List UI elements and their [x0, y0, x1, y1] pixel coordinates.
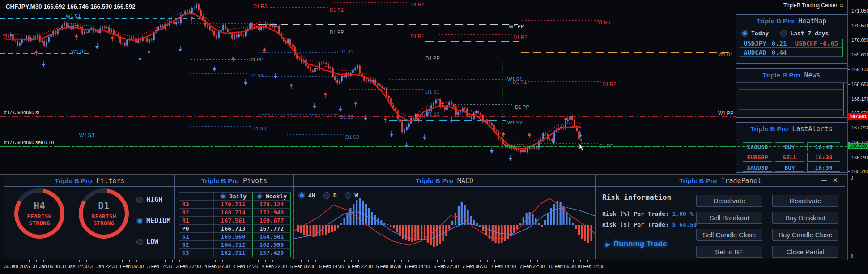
alert-time-cell[interactable]: 16:30 — [807, 153, 840, 162]
close-partial-button[interactable]: Close Partial — [772, 246, 838, 258]
news-row[interactable] — [739, 90, 844, 96]
filter-strength-radio[interactable]: LOW — [136, 238, 170, 246]
candle-body — [357, 65, 358, 68]
macd-histogram-bar — [310, 225, 311, 236]
price-axis[interactable]: 171.050170.570170.090169.610169.130168.6… — [847, 0, 868, 260]
heatmap-cell[interactable]: AUDCAD0.44 — [740, 48, 791, 57]
macd-histogram-bar — [349, 208, 351, 225]
filters-panel-title[interactable]: Triple B Pro Filters — [4, 175, 174, 187]
radio-label: LOW — [146, 238, 158, 246]
macd-histogram-bar — [359, 198, 361, 225]
filter-strength-radio[interactable]: MEDIUM — [136, 217, 170, 225]
buy-candle-close-button[interactable]: Buy Candle Close — [772, 229, 838, 241]
macd-histogram-bar — [427, 225, 429, 243]
candle-body — [50, 35, 52, 37]
macd-timeframe-radio[interactable]: D — [323, 192, 337, 199]
alert-time-cell[interactable]: 16:45 — [807, 142, 840, 151]
candle-body — [386, 88, 387, 96]
candle-body — [218, 31, 220, 38]
news-row[interactable] — [739, 96, 844, 103]
buy-arrow-icon — [502, 132, 505, 137]
pivot-label: D1 S1 — [250, 73, 264, 78]
alert-action-cell[interactable]: SELL — [775, 153, 804, 162]
macd-panel-title[interactable]: Triple B Pro MACD — [294, 175, 595, 187]
symbol-ohlc-title: CHFJPY,M30 166.692 166.746 166.590 166.5… — [6, 3, 136, 10]
buy-breakout-button[interactable]: Buy Breakout — [772, 212, 838, 224]
news-row[interactable] — [739, 110, 844, 116]
tradepanel-title[interactable]: Triple B Pro TradePanel — ✕ — [596, 175, 845, 187]
candle-body — [46, 42, 47, 46]
heatmap-period-radio[interactable]: Today — [741, 30, 769, 37]
gauge-signal: BEARISH — [27, 213, 52, 220]
candle-body — [366, 81, 367, 81]
alert-symbol-cell[interactable]: EURGBP — [743, 153, 772, 162]
time-tick-label: 7 Feb 14:30 — [491, 264, 516, 269]
candle-body — [267, 24, 269, 25]
candle-body — [178, 22, 179, 23]
time-minor-tick — [408, 260, 409, 262]
macd-histogram-bar — [337, 225, 339, 228]
candle-body — [102, 27, 103, 29]
time-axis[interactable]: 30 Jan 202531 Jan 06:3031 Jan 14:3031 Ja… — [0, 260, 868, 274]
macd-timeframe-radio[interactable]: W — [345, 192, 358, 199]
filter-strength-radio[interactable]: HIGH — [136, 196, 170, 204]
heatmap-panel-title[interactable]: Triple B Pro HeatMap — [736, 15, 847, 27]
sell-breakout-button[interactable]: Sell Breakout — [696, 212, 762, 224]
time-minor-tick — [65, 260, 65, 262]
reactivate-button[interactable]: Reactivate — [772, 195, 838, 207]
pivot-label: D1 R2 — [602, 81, 616, 87]
alert-action-cell[interactable]: BUY — [775, 142, 804, 151]
time-tick-label: 30 Jan 2025 — [4, 264, 30, 269]
macd-timeframe-radio[interactable]: 4H — [298, 192, 315, 199]
candle-body — [428, 110, 430, 111]
alert-symbol-cell[interactable]: XAUUSD — [743, 163, 772, 172]
candle-body — [86, 32, 88, 33]
time-tick-mark — [301, 260, 302, 262]
candlestick-chart-canvas[interactable]: W1 S1W1 S2W1 S3D1 R2D1 R1D1 R1D1 PPD1 R2… — [0, 0, 847, 174]
alert-time-cell[interactable]: 16:30 — [807, 163, 840, 172]
pivots-column-header[interactable]: Weekly — [252, 192, 291, 201]
time-minor-tick — [280, 260, 280, 262]
pivots-column-header[interactable]: Daily — [214, 192, 252, 201]
time-minor-tick — [366, 260, 366, 262]
time-tick-mark — [272, 260, 273, 262]
heatmap-period-radio[interactable]: Last 7 days — [780, 30, 829, 37]
time-tick-label: 4 Feb 14:30 — [233, 264, 258, 269]
close-icon[interactable]: ✕ — [833, 177, 838, 184]
news-row[interactable] — [739, 83, 844, 90]
heatmap-cell[interactable] — [791, 48, 843, 57]
risk-information: Risk information Risk (%) Per Trade: 1.0… — [602, 193, 689, 228]
buy-arrow-icon — [528, 133, 531, 138]
set-to-be-button[interactable]: Set to BE — [696, 246, 762, 258]
candle-body — [524, 149, 526, 152]
pivot-weekly-value: 162.596 — [252, 240, 291, 249]
minimize-icon[interactable]: — — [821, 177, 827, 184]
pivot-label: D1 S3 — [252, 126, 266, 131]
time-minor-tick — [552, 260, 552, 262]
lastalerts-panel-title[interactable]: Triple B Pro LastAlerts — [736, 123, 847, 135]
alert-symbol-cell[interactable]: XAGUSD — [743, 142, 772, 151]
pivots-panel-title[interactable]: Triple B Pro Pivots — [175, 175, 293, 187]
news-row[interactable] — [739, 103, 844, 110]
heatmap-cell[interactable]: USDJPY0.21 — [740, 39, 791, 48]
heatmap-cell[interactable]: USDCHF-0.05 — [791, 39, 843, 48]
candle-body — [68, 26, 70, 27]
risk-row: Risk (%) Per Trade: 1.00 % — [602, 210, 689, 217]
macd-histogram-bar — [569, 217, 570, 225]
candle-body — [104, 27, 106, 28]
sell-candle-close-button[interactable]: Sell Candle Close — [696, 229, 762, 241]
panel-name-label: LastAlerts — [792, 125, 832, 133]
candle-body — [17, 41, 18, 45]
candle-body — [522, 149, 524, 152]
candle-body — [193, 8, 195, 8]
deactivate-button[interactable]: Deactivate — [696, 195, 762, 207]
news-panel-title[interactable]: Triple B Pro News — [736, 69, 847, 81]
brand-label: Triple B Pro — [750, 125, 788, 133]
heatmap-value: 0.21 — [772, 40, 787, 47]
main-chart[interactable]: W1 S1W1 S2W1 S3D1 R2D1 R1D1 R1D1 PPD1 R2… — [0, 0, 847, 175]
pivot-weekly-value: 169.677 — [252, 216, 291, 225]
macd-histogram-bar — [448, 225, 450, 229]
running-trade-toggle[interactable]: ▶Running Trade — [606, 240, 667, 248]
alert-action-cell[interactable]: BUY — [775, 163, 804, 172]
entry-price-line[interactable] — [0, 146, 847, 147]
